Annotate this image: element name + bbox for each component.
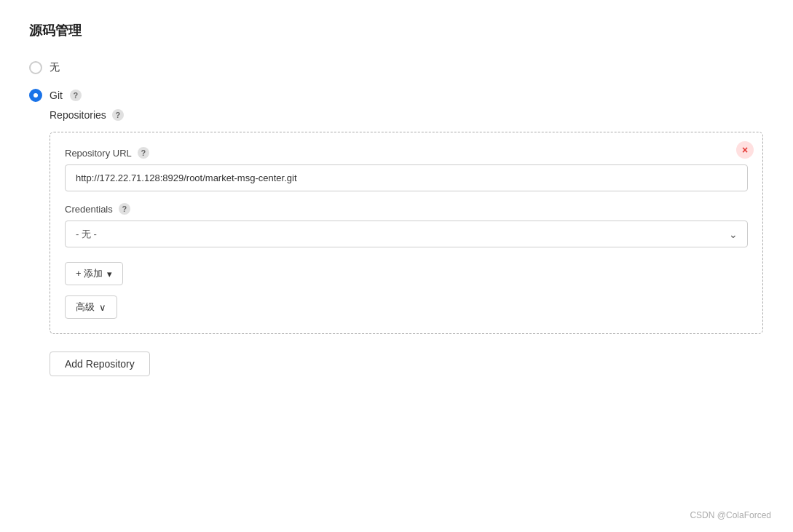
advanced-label: 高级 xyxy=(76,301,95,314)
page-title: 源码管理 xyxy=(29,22,764,39)
add-credentials-arrow-icon: ▾ xyxy=(107,269,112,279)
radio-git-label: Git xyxy=(50,90,63,101)
credentials-select[interactable]: - 无 - xyxy=(65,221,748,247)
source-control-options: 无 Git ? Repositories ? × Repository URL … xyxy=(29,61,764,376)
add-repository-button[interactable]: Add Repository xyxy=(50,352,150,376)
credentials-select-wrapper: - 无 - ⌄ xyxy=(65,221,748,247)
repository-card: × Repository URL ? Credentials ? xyxy=(50,132,763,334)
url-help-icon[interactable]: ? xyxy=(138,147,149,159)
url-field-label: Repository URL ? xyxy=(65,147,748,159)
git-option-group: Git ? Repositories ? × Repository URL ? xyxy=(29,89,764,376)
repositories-label: Repositories xyxy=(50,109,106,121)
repositories-header: Repositories ? xyxy=(50,109,764,121)
add-credentials-label: + 添加 xyxy=(76,267,103,280)
repositories-help-icon[interactable]: ? xyxy=(112,109,124,121)
url-label-text: Repository URL xyxy=(65,148,132,159)
radio-none-circle[interactable] xyxy=(29,61,42,74)
advanced-button[interactable]: 高级 ∨ xyxy=(65,295,117,319)
radio-git-circle[interactable] xyxy=(29,89,42,102)
repository-url-input[interactable] xyxy=(65,164,748,191)
git-help-icon[interactable]: ? xyxy=(70,90,82,101)
git-section: Repositories ? × Repository URL ? Creden… xyxy=(29,109,764,376)
url-field-group: Repository URL ? xyxy=(65,147,748,191)
radio-none[interactable]: 无 xyxy=(29,61,764,74)
credentials-help-icon[interactable]: ? xyxy=(119,203,130,215)
add-credentials-button[interactable]: + 添加 ▾ xyxy=(65,262,123,285)
watermark: CSDN @ColaForced xyxy=(690,510,771,520)
advanced-arrow-icon: ∨ xyxy=(99,302,106,313)
remove-repository-button[interactable]: × xyxy=(736,141,754,159)
radio-none-label: 无 xyxy=(50,61,60,74)
credentials-label-text: Credentials xyxy=(65,204,113,215)
credentials-field-label: Credentials ? xyxy=(65,203,748,215)
radio-git[interactable]: Git ? xyxy=(29,89,764,102)
credentials-field-group: Credentials ? - 无 - ⌄ xyxy=(65,203,748,247)
